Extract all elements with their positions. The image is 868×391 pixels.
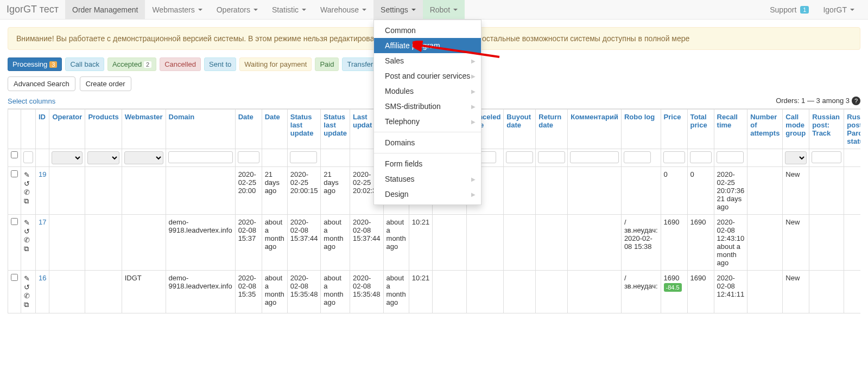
select-columns-link[interactable]: Select columns	[8, 97, 55, 105]
tab-accepted[interactable]: Accepted2	[107, 57, 156, 71]
phone-icon[interactable]: ✆	[24, 188, 33, 196]
nav-support[interactable]: Support1	[763, 0, 816, 19]
col-recall[interactable]: Recall time	[717, 113, 738, 129]
menu-sms[interactable]: SMS-distribution	[374, 99, 481, 114]
edit-icon[interactable]: ✎	[24, 219, 33, 227]
col-slu2[interactable]: Status last update	[324, 113, 347, 137]
nav-statistic[interactable]: Statistic	[265, 0, 313, 19]
menu-statuses[interactable]: Statuses	[374, 171, 481, 187]
filter-domain[interactable]	[168, 151, 233, 163]
create-order-button[interactable]: Create order	[80, 76, 131, 91]
divider	[374, 153, 481, 153]
col-slu[interactable]: Status last update	[290, 113, 314, 137]
settings-dropdown: Common Affiliate program Sales▶ Post and…	[373, 20, 481, 205]
menu-sales[interactable]: Sales	[374, 53, 481, 68]
filter-products[interactable]	[87, 151, 119, 164]
order-id-link[interactable]: 16	[39, 274, 46, 282]
nav-order-management[interactable]: Order Management	[65, 0, 145, 19]
tab-waiting[interactable]: Waiting for payment	[239, 57, 312, 71]
filter-price[interactable]	[663, 151, 685, 163]
chevron-down-icon	[411, 9, 416, 11]
chevron-down-icon	[453, 9, 458, 11]
col-webmaster[interactable]: Webmaster	[125, 113, 163, 121]
tab-cancelled[interactable]: Cancelled	[160, 57, 201, 71]
menu-design[interactable]: Design	[374, 187, 481, 202]
chevron-right-icon: ▶	[471, 73, 476, 79]
filter-buyout[interactable]	[506, 151, 533, 163]
table-row: ✎↺✆⧉17demo-9918.leadvertex.info2020-02-0…	[8, 215, 861, 271]
advanced-search-button[interactable]: Advanced Search	[8, 76, 75, 91]
navbar: IgorGT тест Order Management Webmasters …	[0, 0, 868, 20]
tab-processing[interactable]: Processing3	[8, 57, 62, 71]
filter-act[interactable]	[23, 151, 33, 163]
filter-date[interactable]	[238, 151, 259, 163]
col-rptrack[interactable]: Russian post: Track	[812, 113, 840, 137]
filter-callmode[interactable]	[785, 151, 807, 164]
menu-form-fields[interactable]: Form fields	[374, 156, 481, 171]
history-icon[interactable]: ↺	[24, 227, 33, 235]
edit-icon[interactable]: ✎	[24, 171, 33, 179]
col-id[interactable]: ID	[39, 113, 46, 121]
col-attempts[interactable]: Number of attempts	[750, 113, 780, 137]
col-operator[interactable]: Operator	[52, 113, 82, 121]
col-price[interactable]: Price	[664, 113, 681, 121]
col-return[interactable]: Return date	[538, 113, 561, 129]
col-date[interactable]: Date	[238, 113, 254, 121]
filter-slu[interactable]	[290, 151, 317, 163]
col-robo[interactable]: Robo log	[624, 113, 655, 121]
filter-total[interactable]	[690, 151, 712, 163]
order-id-link[interactable]: 19	[39, 170, 46, 178]
divider	[374, 132, 481, 132]
nav-warehouse[interactable]: Warehouse	[313, 0, 373, 19]
brand: IgorGT тест	[7, 4, 65, 15]
nav-user[interactable]: IgorGT	[816, 0, 861, 19]
col-buyout[interactable]: Buyout date	[506, 113, 531, 129]
row-checkbox[interactable]	[11, 218, 18, 225]
filter-operator[interactable]	[52, 151, 83, 164]
menu-common[interactable]: Common	[374, 23, 481, 38]
chevron-down-icon	[362, 9, 366, 11]
col-date2[interactable]: Date	[265, 113, 280, 121]
filter-robo[interactable]	[624, 151, 651, 163]
col-lu[interactable]: Last updat	[353, 113, 372, 129]
order-id-link[interactable]: 17	[39, 218, 46, 226]
tab-sent-to[interactable]: Sent to	[204, 57, 236, 71]
filter-webmaster[interactable]	[124, 151, 163, 164]
tab-callback[interactable]: Call back	[65, 57, 104, 71]
row-checkbox[interactable]	[11, 170, 18, 177]
filter-recall[interactable]	[717, 151, 744, 163]
menu-domains[interactable]: Domains	[374, 135, 481, 150]
filter-return[interactable]	[538, 151, 565, 163]
col-comment[interactable]: Комментарий	[571, 113, 618, 121]
history-icon[interactable]: ↺	[24, 283, 33, 291]
col-callmode[interactable]: Call mode group	[785, 113, 806, 137]
copy-icon[interactable]: ⧉	[24, 300, 33, 309]
chevron-down-icon	[198, 9, 202, 11]
col-products[interactable]: Products	[88, 113, 118, 121]
nav-settings[interactable]: Settings	[373, 0, 423, 19]
row-checkbox[interactable]	[11, 274, 18, 281]
edit-icon[interactable]: ✎	[24, 274, 33, 283]
menu-post-courier[interactable]: Post and courier services	[374, 68, 481, 84]
col-rpstatus[interactable]: Russian post: Parcel status	[847, 113, 860, 145]
menu-affiliate-program[interactable]: Affiliate program	[374, 38, 481, 53]
select-all-checkbox[interactable]	[10, 151, 18, 158]
col-total[interactable]: Total price	[690, 113, 707, 129]
tab-paid[interactable]: Paid	[315, 57, 339, 71]
main-nav: Order Management Webmasters Operators St…	[65, 0, 465, 19]
filter-comment[interactable]	[570, 151, 619, 163]
nav-operators[interactable]: Operators	[210, 0, 265, 19]
menu-modules[interactable]: Modules	[374, 84, 481, 99]
menu-telephony[interactable]: Telephony	[374, 114, 481, 129]
filter-rptrack[interactable]	[812, 151, 841, 163]
help-icon[interactable]: ?	[852, 97, 860, 105]
phone-icon[interactable]: ✆	[24, 236, 33, 244]
chevron-down-icon	[302, 9, 306, 11]
nav-robot[interactable]: Robot	[423, 0, 465, 19]
phone-icon[interactable]: ✆	[24, 292, 33, 300]
col-domain[interactable]: Domain	[169, 113, 195, 121]
nav-webmasters[interactable]: Webmasters	[145, 0, 209, 19]
copy-icon[interactable]: ⧉	[24, 197, 33, 206]
copy-icon[interactable]: ⧉	[24, 245, 33, 253]
history-icon[interactable]: ↺	[24, 180, 33, 188]
